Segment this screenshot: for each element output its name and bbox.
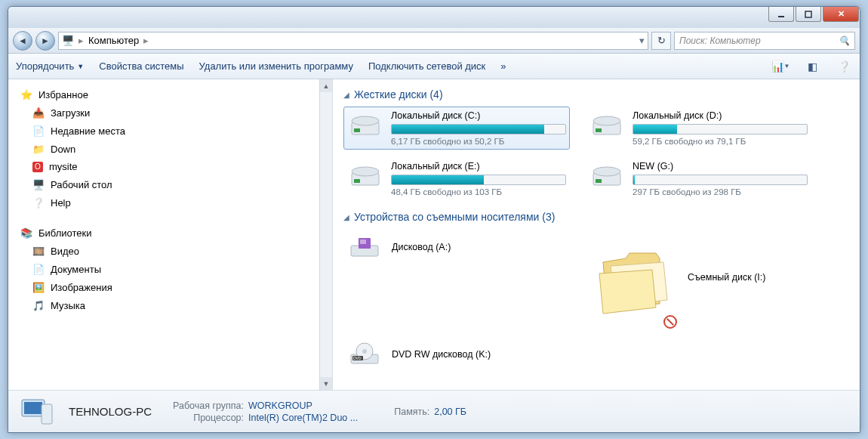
sidebar-item-downloads[interactable]: 📥Загрузки [8,104,332,122]
sidebar-item-desktop[interactable]: 🖥️Рабочий стол [8,175,332,193]
dvd-icon: DVD [346,339,383,369]
svg-rect-24 [42,404,52,424]
svg-rect-16 [360,240,366,244]
folder-open-icon [588,232,679,323]
drive-item[interactable]: NEW (G:) 297 ГБ свободно из 298 ГБ [585,157,811,200]
dropdown-icon[interactable]: ▾ [639,35,645,46]
capacity-bar [391,175,566,185]
floppy-icon [346,232,383,262]
capacity-bar [633,175,808,185]
favorites-header[interactable]: ⭐Избранное [8,85,332,104]
sidebar-item-help[interactable]: ❔Help [8,193,332,212]
uninstall-button[interactable]: Удалить или изменить программу [199,60,353,72]
breadcrumb-location[interactable]: Компьютер [88,35,139,46]
svg-point-3 [352,116,379,125]
removable-disk[interactable]: Съемный диск (I:) [585,229,826,326]
opera-icon: O [32,162,43,172]
scroll-up-icon[interactable]: ▲ [320,79,332,92]
view-button[interactable]: 📊 ▼ [772,58,789,75]
free-space-label: 59,2 ГБ свободно из 79,1 ГБ [633,137,808,146]
computer-icon: 🖥️ [62,35,74,47]
star-icon: ⭐ [20,88,32,100]
hdd-icon [347,110,383,141]
floppy-drive[interactable]: Дисковод (A:) [343,229,570,265]
workgroup-label: Рабочая группа: [173,400,244,411]
mem-label: Память: [394,407,429,417]
svg-text:DVD: DVD [353,356,362,360]
nav-pane: ⭐Избранное 📥Загрузки 📄Недавние места 📁Do… [8,79,333,390]
sidebar-item-mysite[interactable]: Omysite [8,158,332,175]
capacity-bar [391,124,566,134]
search-icon[interactable]: 🔍 [839,36,850,46]
svg-rect-0 [778,16,784,17]
computer-icon [19,397,55,427]
svg-rect-1 [805,11,811,17]
search-placeholder: Поиск: Компьютер [679,36,761,46]
free-space-label: 48,4 ГБ свободно из 103 ГБ [391,187,566,196]
svg-rect-23 [24,402,42,414]
titlebar[interactable]: ✕ [8,7,860,28]
search-input[interactable]: Поиск: Компьютер 🔍 [674,32,855,50]
device-label: DVD RW дисковод (K:) [392,349,491,360]
content-pane: ◢ Жесткие диски (4) Локальный диск (C:) … [333,79,860,390]
preview-pane-button[interactable]: ◧ [804,58,820,75]
device-label: Съемный диск (I:) [688,272,765,283]
sidebar-item-images[interactable]: 🖼️Изображения [8,278,332,296]
libraries-icon: 📚 [20,227,32,239]
help-icon: ❔ [32,196,45,209]
svg-point-12 [593,167,620,176]
download-icon: 📥 [32,107,45,119]
docs-icon: 📄 [32,263,45,275]
svg-rect-10 [354,179,360,183]
hdd-icon [347,161,383,191]
free-space-label: 297 ГБ свободно из 298 ГБ [633,187,808,196]
minimize-button[interactable] [768,7,794,22]
folder-icon: 📁 [32,143,45,155]
dvd-drive[interactable]: DVD DVD RW дисковод (K:) [343,336,570,373]
svg-rect-13 [596,179,602,183]
libraries-header[interactable]: 📚Библиотеки [8,224,332,242]
removable-group-header[interactable]: ◢ Устройства со съемными носителями (3) [343,211,849,223]
cpu-label: Процессор: [173,413,244,423]
capacity-bar [633,124,808,134]
free-space-label: 6,17 ГБ свободно из 50,2 ГБ [391,137,566,146]
refresh-button[interactable]: ↻ [651,32,671,50]
sidebar-scrollbar[interactable]: ▲ ▼ [319,79,332,390]
help-button[interactable]: ❔ [836,58,852,75]
svg-rect-7 [596,128,602,132]
drive-item[interactable]: Локальный диск (C:) 6,17 ГБ свободно из … [343,107,570,150]
svg-point-9 [352,167,379,176]
forward-button[interactable]: ► [35,31,55,51]
maximize-button[interactable] [796,7,821,22]
hdd-icon [589,110,625,141]
hdd-group-header[interactable]: ◢ Жесткие диски (4) [343,88,849,100]
scroll-down-icon[interactable]: ▼ [320,377,332,390]
map-drive-button[interactable]: Подключить сетевой диск [368,60,485,72]
back-button[interactable]: ◄ [13,31,32,51]
sidebar-item-video[interactable]: 🎞️Видео [8,242,332,260]
drive-name: Локальный диск (D:) [633,110,808,121]
organize-button[interactable]: Упорядочить ▼ [16,60,84,72]
collapse-icon: ◢ [343,91,349,99]
system-properties-button[interactable]: Свойства системы [99,60,183,72]
sidebar-item-down[interactable]: 📁Down [8,140,332,158]
chevron-down-icon: ▼ [77,63,84,70]
breadcrumb-sep: ▸ [143,35,149,46]
details-pane: TEHNOLOG-PC Рабочая группа:WORKGROUP Про… [8,390,860,432]
svg-rect-4 [354,128,360,132]
music-icon: 🎵 [32,299,45,311]
address-bar[interactable]: 🖥️ ▸ Компьютер ▸ ▾ [58,32,648,50]
toolbar-overflow[interactable]: » [500,60,506,72]
explorer-window: ✕ ◄ ► 🖥️ ▸ Компьютер ▸ ▾ ↻ Поиск: Компью… [8,6,860,433]
recent-icon: 📄 [32,125,45,137]
hdd-icon [589,161,625,191]
sidebar-item-recent[interactable]: 📄Недавние места [8,122,332,140]
drive-item[interactable]: Локальный диск (D:) 59,2 ГБ свободно из … [585,107,811,150]
breadcrumb-sep: ▸ [78,35,84,46]
images-icon: 🖼️ [32,281,45,293]
drive-item[interactable]: Локальный диск (E:) 48,4 ГБ свободно из … [343,157,570,200]
sidebar-item-music[interactable]: 🎵Музыка [8,296,332,314]
sidebar-item-documents[interactable]: 📄Документы [8,260,332,278]
device-label: Дисковод (A:) [392,242,451,252]
close-button[interactable]: ✕ [823,7,859,22]
